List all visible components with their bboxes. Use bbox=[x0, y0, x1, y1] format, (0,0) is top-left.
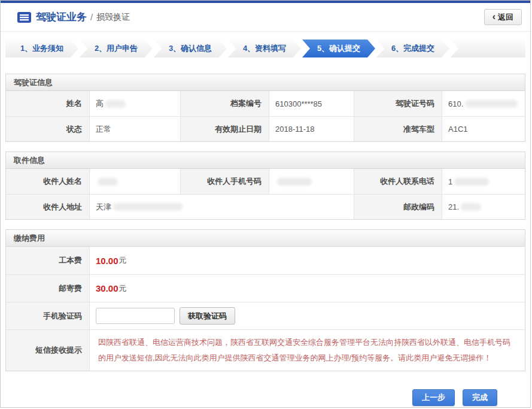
finish-button[interactable]: 完成 bbox=[463, 389, 497, 406]
redaction-smudge bbox=[277, 178, 312, 186]
step-progress-bar: 1、业务须知 2、用户申告 3、确认信息 4、资料填写 5、确认提交 6、完成提… bbox=[5, 40, 525, 57]
step-4-fill-data[interactable]: 4、资料填写 bbox=[228, 40, 301, 57]
field-label: 收件人手机号码 bbox=[180, 169, 269, 194]
field-value-postal-code: 21. bbox=[442, 194, 525, 219]
step-2-user-declaration[interactable]: 2、用户申告 bbox=[80, 40, 153, 57]
breadcrumb-current: 损毁换证 bbox=[96, 12, 130, 23]
redaction-smudge bbox=[465, 100, 518, 108]
fee-amount: 10.00 bbox=[96, 256, 118, 266]
field-label: 驾驶证号码 bbox=[354, 91, 442, 116]
field-value-expiry-date: 2018-11-18 bbox=[269, 116, 354, 141]
field-value-file-number: 610300****85 bbox=[269, 91, 354, 116]
sms-notice-label: 短信接收提示 bbox=[6, 329, 89, 371]
license-service-icon bbox=[17, 12, 31, 23]
fee-value-production: 10.00元 bbox=[89, 247, 525, 274]
step-3-confirm-info[interactable]: 3、确认信息 bbox=[154, 40, 227, 57]
fee-unit: 元 bbox=[119, 283, 127, 294]
footer-actions: 上一步 完成 bbox=[1, 389, 530, 406]
redaction-smudge bbox=[113, 203, 183, 211]
section-license-info: 驾驶证信息 姓名 高 档案编号 610300****85 驾驶证号码 610. … bbox=[5, 74, 525, 142]
field-value-status: 正常 bbox=[89, 116, 180, 141]
field-value-recipient-address: 天津 bbox=[89, 194, 354, 219]
field-label: 准驾车型 bbox=[354, 116, 442, 141]
step-1-business-notice[interactable]: 1、业务须知 bbox=[5, 40, 78, 57]
fee-amount: 30.00 bbox=[96, 283, 118, 293]
field-label: 姓名 bbox=[6, 91, 89, 116]
field-value-recipient-mobile bbox=[269, 169, 354, 194]
step-6-finish-submit[interactable]: 6、完成提交 bbox=[376, 40, 449, 57]
field-value-vehicle-class: A1C1 bbox=[442, 116, 525, 141]
section-fees: 缴纳费用 工本费 10.00元 邮寄费 30.00元 手机验证码 获取验证码 短… bbox=[5, 229, 525, 371]
field-label: 收件人联系电话 bbox=[354, 169, 442, 194]
field-label: 状态 bbox=[6, 116, 89, 141]
field-label: 有效期止日期 bbox=[180, 116, 269, 141]
field-label: 收件人地址 bbox=[6, 194, 89, 219]
section-pickup-info: 取件信息 收件人姓名 收件人手机号码 收件人联系电话 1 收件人地址 天津 邮政… bbox=[5, 152, 525, 220]
chevron-left-icon: ‹ bbox=[493, 12, 495, 22]
field-label: 邮政编码 bbox=[354, 194, 442, 219]
field-label: 收件人姓名 bbox=[6, 169, 89, 194]
section-license-title: 驾驶证信息 bbox=[6, 74, 525, 91]
fee-unit: 元 bbox=[119, 255, 127, 266]
step-5-confirm-submit[interactable]: 5、确认提交 bbox=[302, 40, 375, 57]
field-label: 工本费 bbox=[6, 247, 89, 274]
previous-step-button[interactable]: 上一步 bbox=[412, 389, 455, 406]
field-label: 档案编号 bbox=[180, 91, 269, 116]
sms-code-label: 手机验证码 bbox=[6, 302, 89, 329]
section-fees-title: 缴纳费用 bbox=[6, 230, 525, 247]
breadcrumb-separator: / bbox=[90, 12, 93, 22]
license-info-table: 姓名 高 档案编号 610300****85 驾驶证号码 610. 状态 正常 … bbox=[6, 91, 525, 141]
sms-notice-text: 因陕西省联通、电信运营商技术问题，陕西省互联网交通安全综合服务管理平台无法向持陕… bbox=[96, 330, 519, 371]
page-header: 驾驶证业务 / 损毁换证 ‹ 返回 bbox=[1, 3, 530, 32]
redaction-smudge bbox=[461, 203, 481, 211]
redaction-smudge bbox=[105, 100, 126, 108]
back-button[interactable]: ‹ 返回 bbox=[484, 9, 522, 25]
fees-table: 工本费 10.00元 邮寄费 30.00元 手机验证码 获取验证码 短信接收提示… bbox=[6, 247, 525, 371]
fee-value-postage: 30.00元 bbox=[89, 274, 525, 302]
main-panel: 驾驶证业务 / 损毁换证 ‹ 返回 1、业务须知 2、用户申告 3、确认信息 4… bbox=[0, 0, 531, 408]
sms-code-cell: 获取验证码 bbox=[89, 302, 525, 329]
step-bar-filler bbox=[451, 40, 525, 57]
get-code-button[interactable]: 获取验证码 bbox=[180, 307, 235, 325]
section-pickup-title: 取件信息 bbox=[6, 152, 525, 169]
pickup-info-table: 收件人姓名 收件人手机号码 收件人联系电话 1 收件人地址 天津 邮政编码 21… bbox=[6, 169, 525, 219]
field-value-name: 高 bbox=[89, 91, 180, 116]
field-value-license-number: 610. bbox=[442, 91, 525, 116]
field-label: 邮寄费 bbox=[6, 274, 89, 302]
field-value-recipient-name bbox=[89, 169, 180, 194]
field-value-recipient-phone: 1 bbox=[442, 169, 525, 194]
redaction-smudge bbox=[98, 178, 118, 186]
page-title: 驾驶证业务 bbox=[36, 10, 87, 24]
redaction-smudge bbox=[454, 178, 489, 186]
sms-notice-cell: 因陕西省联通、电信运营商技术问题，陕西省互联网交通安全综合服务管理平台无法向持陕… bbox=[89, 329, 525, 371]
sms-code-input[interactable] bbox=[96, 308, 175, 324]
back-label: 返回 bbox=[498, 12, 513, 23]
